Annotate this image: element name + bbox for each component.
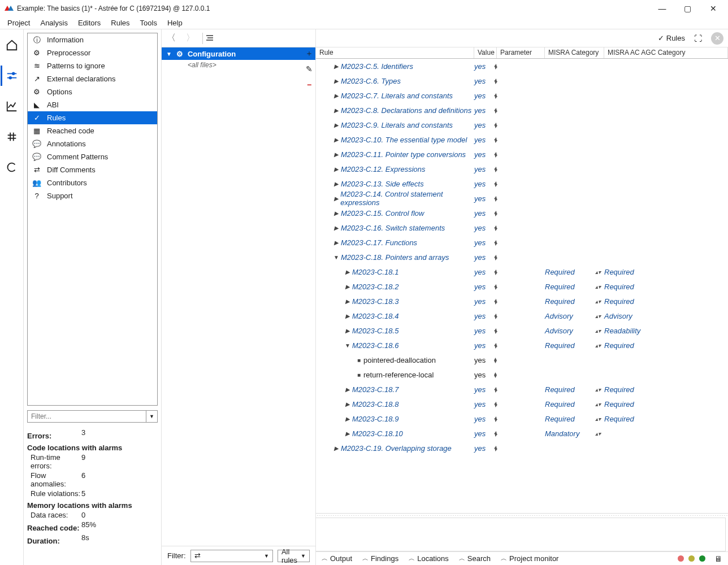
rule-misra[interactable]: Required▴▾ [545,341,604,350]
rule-misra[interactable]: Required▴▾ [545,400,604,408]
rule-value[interactable]: yes▴▾ [474,282,497,291]
rule-value[interactable]: yes▴▾ [474,136,497,144]
sidebar-item-comment-patterns[interactable]: 💬Comment Patterns [28,150,157,163]
table-row[interactable]: ▶M2023-C.12. Expressionsyes▴▾ [316,162,728,176]
filter-select[interactable]: ⇄ ▼ [190,550,273,562]
expand-icon[interactable]: ▶ [344,431,351,437]
menu-analysis[interactable]: Analysis [35,18,72,28]
list-icon[interactable] [205,34,224,42]
expand-icon[interactable]: ▶ [333,445,340,451]
table-row[interactable]: ▶M2023-C.18.1yes▴▾Required▴▾Required [316,264,728,279]
add-button[interactable]: ＋ [304,49,314,59]
rule-value[interactable]: yes▴▾ [474,327,497,335]
hash-icon[interactable] [2,127,22,147]
rule-value[interactable]: yes▴▾ [474,150,497,159]
expand-icon[interactable]: ▶ [333,122,340,128]
expand-icon[interactable]: ▶ [333,151,340,158]
expand-icon[interactable]: ■ [356,357,362,363]
table-row[interactable]: ▶M2023-C.13. Side effectsyes▴▾ [316,176,728,191]
rule-value[interactable]: yes▴▾ [474,356,497,364]
rule-misra[interactable]: Required▴▾ [545,282,604,291]
rule-misra[interactable]: Mandatory▴▾ [545,429,604,438]
expand-icon[interactable]: ▶ [344,386,351,393]
rule-value[interactable]: yes▴▾ [474,165,497,173]
table-row[interactable]: ▶M2023-C.8. Declarations and definitions… [316,103,728,118]
nav-forward-icon[interactable]: 〉 [181,32,200,44]
expand-icon[interactable]: ▶ [333,210,340,216]
rule-value[interactable]: yes▴▾ [474,253,497,262]
expand-icon[interactable]: ▼ [344,342,351,349]
col-misra-ac[interactable]: MISRA AC AGC Category [604,47,728,58]
monitor-icon[interactable]: 🖥 [714,554,722,563]
table-row[interactable]: ▶M2023-C.18.3yes▴▾Required▴▾Required [316,294,728,308]
table-row[interactable]: ▶M2023-C.9. Literals and constantsyes▴▾ [316,118,728,132]
table-row[interactable]: ▶M2023-C.11. Pointer type conversionsyes… [316,147,728,162]
table-row[interactable]: ▶M2023-C.18.2yes▴▾Required▴▾Required [316,279,728,294]
expand-icon[interactable]: ▶ [344,284,351,290]
rule-misra[interactable]: Required▴▾ [545,268,604,276]
table-row[interactable]: ▶M2023-C.18.7yes▴▾Required▴▾Required [316,382,728,397]
expand-icon[interactable]: ▶ [344,416,351,422]
sidebar-item-preprocessor[interactable]: ⚙Preprocessor [28,46,157,59]
expand-icon[interactable]: ▶ [333,78,340,84]
col-misra[interactable]: MISRA Category [545,47,604,58]
menu-help[interactable]: Help [162,18,188,28]
table-row[interactable]: ▼M2023-C.18.6yes▴▾Required▴▾Required [316,338,728,353]
expand-icon[interactable]: ▶ [344,313,351,319]
table-row[interactable]: ▶M2023-C.7. Literals and constantsyes▴▾ [316,88,728,103]
rule-value[interactable]: yes▴▾ [474,444,497,453]
col-value[interactable]: Value [474,47,497,58]
menu-tools[interactable]: Tools [135,18,162,28]
close-panel-button[interactable]: ✕ [711,32,723,45]
remove-button[interactable]: − [304,80,314,90]
rule-misra[interactable]: Advisory▴▾ [545,312,604,320]
rule-value[interactable]: yes▴▾ [474,415,497,423]
table-row[interactable]: ▶M2023-C.19. Overlapping storageyes▴▾ [316,441,728,455]
table-row[interactable]: ▶M2023-C.17. Functionsyes▴▾ [316,235,728,250]
rule-value[interactable]: yes▴▾ [474,62,497,71]
config-allfiles[interactable]: <all files> [162,60,315,69]
status-findings[interactable]: ︿Findings [362,554,398,563]
table-row[interactable]: ▶M2023-C.5. Identifiersyes▴▾ [316,59,728,73]
rule-value[interactable]: yes▴▾ [474,341,497,350]
col-parameter[interactable]: Parameter [497,47,545,58]
table-row[interactable]: ▼M2023-C.18. Pointers and arraysyes▴▾ [316,250,728,264]
all-rules-select[interactable]: All rules ▼ [278,550,310,562]
c-icon[interactable] [2,157,22,177]
table-row[interactable]: ▶M2023-C.10. The essential type modelyes… [316,132,728,147]
rule-value[interactable]: yes▴▾ [474,268,497,276]
expand-icon[interactable]: ▶ [344,401,351,407]
menu-rules[interactable]: Rules [106,18,135,28]
table-row[interactable]: ▶M2023-C.18.9yes▴▾Required▴▾Required [316,411,728,426]
fullscreen-icon[interactable]: ⛶ [692,32,704,45]
status-locations[interactable]: ︿Locations [409,554,449,563]
expand-icon[interactable]: ▶ [333,166,340,172]
line-chart-icon[interactable] [2,96,22,116]
splitter[interactable] [316,513,728,518]
expand-icon[interactable]: ■ [356,372,362,378]
home-icon[interactable] [2,35,22,55]
menu-project[interactable]: Project [2,18,35,28]
sidebar-item-abi[interactable]: ◣ABI [28,98,157,111]
rule-misra[interactable]: Advisory▴▾ [545,327,604,335]
table-row[interactable]: ▶M2023-C.15. Control flowyes▴▾ [316,206,728,220]
sidebar-filter-dropdown[interactable]: ▼ [146,410,158,423]
rule-value[interactable]: yes▴▾ [474,209,497,218]
table-row[interactable]: ▶M2023-C.18.4yes▴▾Advisory▴▾Advisory [316,308,728,323]
maximize-button[interactable]: ▢ [675,1,700,16]
rule-value[interactable]: yes▴▾ [474,121,497,129]
sidebar-filter-input[interactable] [27,410,146,423]
status-search[interactable]: ︿Search [459,554,491,563]
expand-icon[interactable]: ▶ [333,195,339,202]
rule-misra[interactable]: Required▴▾ [545,297,604,306]
sidebar-item-information[interactable]: ⓘInformation [28,33,157,46]
col-rule[interactable]: Rule [316,47,474,58]
expand-icon[interactable]: ▶ [344,269,351,275]
rule-value[interactable]: yes▴▾ [474,297,497,306]
table-row[interactable]: ▶M2023-C.18.5yes▴▾Advisory▴▾Readability [316,323,728,338]
rules-check[interactable]: ✓ Rules [658,34,685,42]
close-window-button[interactable]: ✕ [700,1,726,16]
sidebar-item-options[interactable]: ⚙Options [28,85,157,98]
table-row[interactable]: ▶M2023-C.14. Control statement expressio… [316,191,728,206]
sidebar-item-external-declarations[interactable]: ↗External declarations [28,72,157,85]
